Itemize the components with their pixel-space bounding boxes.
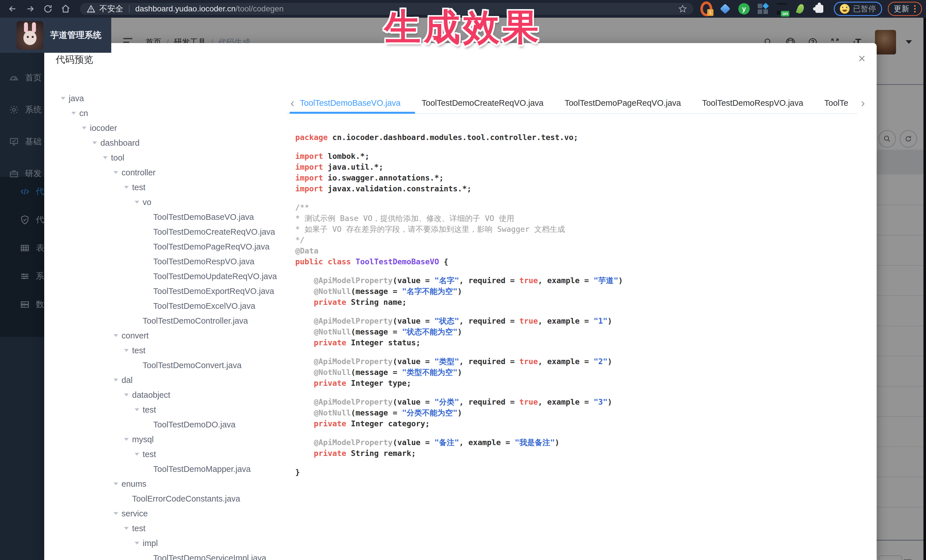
code-token: , required =	[459, 317, 519, 325]
code-token	[295, 408, 314, 417]
tree-file[interactable]: ToolTestDemoPageReqVO.java	[145, 239, 269, 254]
chevron-left-icon[interactable]: ‹	[287, 97, 298, 110]
code-token: @ApiModelProperty	[314, 357, 393, 366]
tree-file[interactable]: ToolTestDemoConvert.java	[135, 358, 242, 373]
code-line: private Integer category;	[295, 418, 854, 429]
code-token: cn.iocoder.dashboard.modules.tool.contro…	[328, 133, 578, 142]
tree-file[interactable]: ToolTestDemoBaseVO.java	[145, 210, 254, 224]
code-token	[295, 357, 314, 366]
tab-2[interactable]: ToolTestDemoCreateReqVO.java	[422, 98, 543, 108]
tree-expand-caret-icon[interactable]	[113, 379, 118, 382]
code-token: * 如果子 VO 存在差异的字段，请不要添加到这里，影响 Swagger 文档生…	[295, 225, 565, 234]
code-token: import	[295, 174, 323, 182]
tree-folder[interactable]: cn	[71, 106, 88, 121]
tab-3[interactable]: ToolTestDemoPageReqVO.java	[564, 98, 681, 108]
tab-1[interactable]: ToolTestDemoBaseVO.java	[300, 98, 401, 108]
tree-folder[interactable]: controller	[113, 165, 156, 180]
code-token: io.swagger.annotations.*;	[323, 174, 444, 182]
code-line: import lombok.*;	[295, 151, 854, 162]
tree-expand-caret-icon[interactable]	[124, 394, 129, 396]
code-line: }	[295, 467, 854, 478]
code-line: public class ToolTestDemoBaseVO {	[295, 256, 854, 267]
code-token: private	[314, 298, 346, 306]
tree-folder[interactable]: mysql	[124, 432, 154, 447]
code-viewer[interactable]: package cn.iocoder.dashboard.modules.too…	[295, 132, 854, 478]
tree-expand-caret-icon[interactable]	[124, 186, 129, 189]
code-token: javax.validation.constraints.*;	[323, 184, 472, 193]
code-token: "状态不能为空"	[402, 328, 458, 336]
tree-folder[interactable]: dataobject	[124, 388, 170, 402]
tree-expand-caret-icon[interactable]	[113, 171, 118, 174]
tree-folder[interactable]: test	[135, 402, 156, 417]
tree-file[interactable]: ToolTestDemoServiceImpl.java	[145, 551, 266, 560]
tree-folder[interactable]: test	[124, 343, 145, 358]
tree-file[interactable]: ToolTestDemoExportReqVO.java	[145, 284, 274, 299]
code-token: @NotNull	[314, 287, 351, 296]
code-token	[295, 368, 314, 377]
close-icon[interactable]: ×	[854, 50, 870, 66]
tree-expand-caret-icon[interactable]	[135, 542, 139, 545]
tree-folder[interactable]: test	[135, 447, 156, 462]
tree-folder[interactable]: service	[113, 506, 148, 521]
tree-file[interactable]: ToolTestDemoCreateReqVO.java	[145, 224, 275, 239]
code-token	[295, 287, 314, 296]
code-line: @ApiModelProperty(value = "分类", required…	[295, 397, 854, 408]
code-token: String remark;	[346, 449, 416, 457]
tree-file[interactable]: ToolTestDemoRespVO.java	[145, 254, 254, 269]
code-token: true	[519, 276, 538, 285]
code-token: )	[607, 397, 612, 406]
chevron-right-icon[interactable]: ›	[857, 97, 869, 110]
tree-node-label: mysql	[132, 435, 154, 444]
tree-expand-caret-icon[interactable]	[92, 142, 97, 144]
tree-folder[interactable]: java	[61, 91, 84, 106]
tree-node-label: ToolTestDemoUpdateReqVO.java	[153, 272, 277, 281]
tree-file[interactable]: ToolTestDemoExcelVO.java	[145, 299, 255, 313]
tree-folder[interactable]: dashboard	[92, 136, 139, 150]
code-token: "3"	[594, 397, 608, 406]
tree-expand-caret-icon[interactable]	[124, 349, 129, 352]
tree-file[interactable]: ToolTestDemoController.java	[135, 313, 248, 328]
code-blank-line	[295, 429, 854, 437]
tree-expand-caret-icon[interactable]	[61, 97, 65, 100]
tree-folder[interactable]: vo	[135, 195, 151, 210]
code-token: )	[555, 438, 560, 447]
code-token	[295, 419, 314, 428]
tree-expand-caret-icon[interactable]	[113, 512, 118, 515]
code-line: @ApiModelProperty(value = "备注", example …	[295, 437, 854, 448]
tree-folder[interactable]: convert	[113, 328, 148, 343]
tree-expand-caret-icon[interactable]	[113, 483, 118, 485]
file-tabs: ‹ ToolTestDemoBaseVO.javaToolTestDemoCre…	[287, 94, 866, 112]
tree-folder[interactable]: iocoder	[82, 121, 117, 136]
tree-expand-caret-icon[interactable]	[135, 408, 139, 411]
tree-folder[interactable]: dal	[113, 373, 133, 388]
tree-file[interactable]: ToolTestDemoUpdateReqVO.java	[145, 269, 277, 284]
tree-expand-caret-icon[interactable]	[124, 527, 129, 530]
code-token	[295, 276, 314, 285]
tree-node-label: ToolTestDemoController.java	[143, 316, 248, 326]
code-token: , example =	[538, 276, 594, 285]
tree-expand-caret-icon[interactable]	[135, 453, 139, 456]
tree-node-label: ToolTestDemoDO.java	[153, 420, 236, 429]
tree-folder[interactable]: test	[124, 180, 145, 195]
tree-expand-caret-icon[interactable]	[82, 127, 86, 130]
code-token: lombok.*;	[323, 152, 370, 160]
tree-expand-caret-icon[interactable]	[135, 201, 139, 204]
code-token	[295, 328, 314, 336]
tab-5[interactable]: ToolTe	[825, 98, 849, 108]
code-line: @ApiModelProperty(value = "名字", required…	[295, 275, 854, 286]
tree-file[interactable]: ToolTestDemoDO.java	[145, 417, 236, 432]
tree-expand-caret-icon[interactable]	[103, 156, 107, 159]
tree-file[interactable]: ToolTestDemoMapper.java	[145, 462, 251, 477]
code-token: @NotNull	[314, 328, 351, 336]
tree-expand-caret-icon[interactable]	[71, 112, 76, 115]
code-token: import	[295, 184, 323, 193]
tree-folder[interactable]: tool	[103, 150, 124, 165]
tree-expand-caret-icon[interactable]	[124, 438, 129, 441]
tree-file[interactable]: ToolErrorCodeConstants.java	[124, 491, 240, 506]
tree-folder[interactable]: impl	[135, 536, 158, 551]
tree-folder[interactable]: test	[124, 521, 145, 536]
tree-node-label: controller	[121, 168, 156, 177]
tab-4[interactable]: ToolTestDemoRespVO.java	[702, 98, 803, 108]
tree-expand-caret-icon[interactable]	[113, 334, 118, 337]
tree-folder[interactable]: enums	[113, 477, 146, 491]
